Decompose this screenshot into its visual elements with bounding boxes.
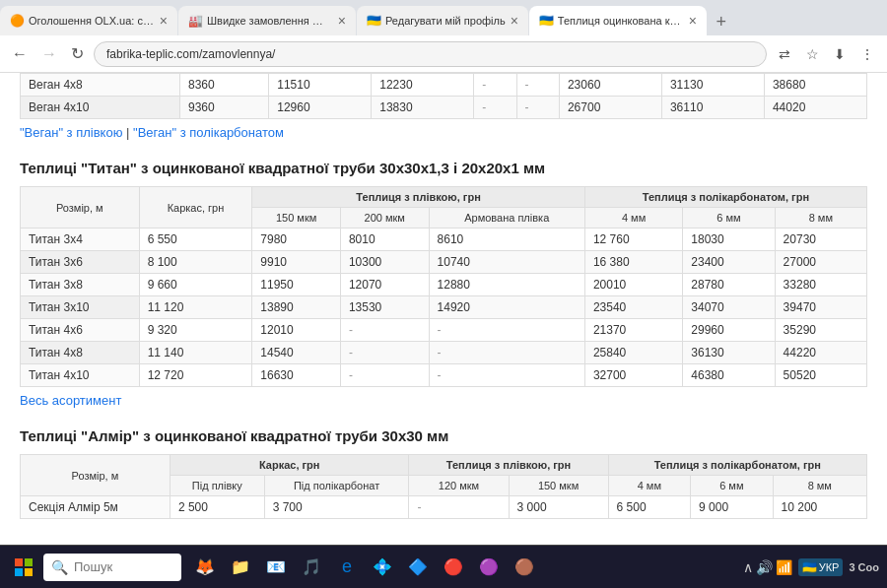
language-badge[interactable]: 🇺🇦 УКР bbox=[798, 558, 844, 576]
table-row: Веган 4х8 8360 11510 12230 - - 23060 311… bbox=[21, 74, 867, 97]
ua-flag-icon: 🇺🇦 bbox=[802, 560, 817, 574]
tray-network[interactable]: 📶 bbox=[776, 559, 792, 575]
taskbar-icon-mail[interactable]: 📧 bbox=[260, 552, 292, 583]
tab-4-title: Теплиця оцинкована квадра... bbox=[558, 15, 684, 27]
taskbar-icon-purple[interactable]: 🟣 bbox=[473, 552, 505, 583]
taskbar-icon-brown[interactable]: 🟤 bbox=[509, 552, 540, 583]
svg-rect-3 bbox=[25, 568, 33, 576]
taskbar-icon-fox[interactable]: 🦊 bbox=[189, 552, 221, 583]
vegan-4x8-poly10: 38680 bbox=[764, 74, 866, 97]
vegan-4x8-poly8: 31130 bbox=[661, 74, 764, 97]
tray-chevron[interactable]: ∧ bbox=[743, 559, 753, 575]
clock-time: 3 Coo bbox=[849, 561, 879, 573]
bookmark-icon[interactable]: ☆ bbox=[800, 42, 824, 66]
taskbar-icon-red[interactable]: 🔴 bbox=[438, 552, 469, 583]
new-tab-button[interactable]: + bbox=[708, 8, 735, 35]
tab-1-title: Оголошення OLX.ua: сервіс о... bbox=[29, 15, 155, 27]
tab-2-close[interactable]: × bbox=[338, 13, 346, 29]
tab-4-favicon: 🇺🇦 bbox=[539, 14, 553, 28]
almir-film-group-header: Теплиця з плівкою, грн bbox=[409, 455, 608, 476]
taskbar-icon-music[interactable]: 🎵 bbox=[296, 552, 327, 583]
table-row: Титан 4х811 14014540--258403613044220 bbox=[21, 342, 867, 364]
titan-section: Теплиці "Титан" з оцинкованої квадратної… bbox=[20, 160, 867, 408]
vegan-4x10-filmArmored: - bbox=[474, 97, 516, 119]
translate-icon[interactable]: ⇄ bbox=[773, 42, 796, 66]
tab-3[interactable]: 🇺🇦 Редагувати мій профіль × bbox=[357, 6, 528, 35]
url-box[interactable]: fabrika-teplic.com/zamovlennya/ bbox=[94, 41, 767, 67]
svg-rect-0 bbox=[15, 558, 23, 566]
vegan-poly-link[interactable]: "Веган" з полікарбонатом bbox=[133, 125, 284, 140]
titan-film-group-header: Теплиця з плівкою, грн bbox=[252, 187, 585, 208]
almir-poly8-header: 8 мм bbox=[773, 476, 866, 496]
search-icon: 🔍 bbox=[51, 559, 68, 575]
almir-section: Теплиці "Алмір" з оцинкованої квадратної… bbox=[20, 427, 867, 519]
tab-4-close[interactable]: × bbox=[689, 13, 697, 29]
table-row: Титан 4х69 32012010--213702996035290 bbox=[21, 319, 867, 342]
back-button[interactable]: ← bbox=[8, 43, 32, 65]
vegan-4x8-filmArmored: - bbox=[474, 74, 516, 97]
almir-poly-group-header: Теплиця з полікарбонатом, грн bbox=[608, 455, 866, 476]
tab-2-title: Швидке замовлення — Фабр... bbox=[207, 15, 333, 27]
vegan-4x8-film150: 11510 bbox=[269, 74, 372, 97]
tab-3-close[interactable]: × bbox=[511, 13, 518, 29]
taskbar-icon-blue1[interactable]: 💠 bbox=[367, 552, 398, 583]
almir-poly4-header: 4 мм bbox=[608, 476, 691, 496]
download-icon[interactable]: ⬇ bbox=[828, 42, 852, 66]
start-button[interactable] bbox=[8, 552, 39, 583]
titan-film150-header: 150 мкм bbox=[252, 208, 341, 229]
vegan-table: Веган 4х8 8360 11510 12230 - - 23060 311… bbox=[20, 73, 867, 119]
vegan-4x10-frame: 9360 bbox=[179, 97, 268, 119]
menu-icon[interactable]: ⋮ bbox=[855, 42, 879, 66]
almir-film120-header: 120 мкм bbox=[409, 476, 509, 496]
tab-1-close[interactable]: × bbox=[160, 13, 168, 29]
vegan-section: Веган 4х8 8360 11510 12230 - - 23060 311… bbox=[20, 73, 867, 140]
system-clock[interactable]: 3 Coo bbox=[849, 561, 879, 573]
browser-chrome: 🟠 Оголошення OLX.ua: сервіс о... × 🏭 Шви… bbox=[0, 0, 887, 73]
vegan-4x8-poly4: - bbox=[516, 74, 559, 97]
titan-poly-group-header: Теплиця з полікарбонатом, грн bbox=[584, 187, 866, 208]
vegan-film-link[interactable]: "Веган" з плівкою bbox=[20, 125, 122, 140]
vegan-4x8-frame: 8360 bbox=[179, 74, 268, 97]
language-label: УКР bbox=[819, 561, 840, 573]
tray-icons: ∧ 🔊 📶 bbox=[743, 559, 792, 575]
url-text: fabrika-teplic.com/zamovlennya/ bbox=[106, 47, 754, 61]
almir-frame-film-header: Під плівку bbox=[170, 476, 264, 496]
titan-poly8-header: 8 мм bbox=[775, 208, 866, 229]
almir-section-title: Теплиці "Алмір" з оцинкованої квадратної… bbox=[20, 427, 867, 444]
titan-poly6-header: 6 мм bbox=[683, 208, 775, 229]
titan-all-link[interactable]: Весь асортимент bbox=[20, 393, 121, 408]
vegan-4x8-film200: 12230 bbox=[372, 74, 474, 97]
almir-table: Розмір, м Каркас, грн Теплиця з плівкою,… bbox=[20, 454, 867, 519]
forward-button[interactable]: → bbox=[37, 43, 61, 65]
taskbar-search-box[interactable]: 🔍 bbox=[43, 554, 181, 581]
titan-table: Розмір, м Каркас, грн Теплиця з плівкою,… bbox=[20, 186, 867, 387]
almir-header-row-1: Розмір, м Каркас, грн Теплиця з плівкою,… bbox=[21, 455, 867, 476]
vegan-4x10-poly4: - bbox=[516, 97, 559, 119]
titan-frame-header: Каркас, грн bbox=[139, 187, 252, 229]
table-row: Титан 3х68 1009910103001074016 380234002… bbox=[21, 251, 867, 274]
vegan-4x8-poly6: 23060 bbox=[559, 74, 661, 97]
table-row: Титан 3х1011 120138901353014920235403407… bbox=[21, 296, 867, 319]
vegan-4x10-poly6: 26700 bbox=[559, 97, 661, 119]
tab-2[interactable]: 🏭 Швидке замовлення — Фабр... × bbox=[178, 6, 356, 35]
page-content: Веган 4х8 8360 11510 12230 - - 23060 311… bbox=[0, 73, 887, 545]
taskbar-icon-folder[interactable]: 📁 bbox=[225, 552, 256, 583]
tab-1-favicon: 🟠 bbox=[10, 14, 24, 28]
vegan-4x10-poly10: 44020 bbox=[764, 97, 866, 119]
taskbar-icon-edge[interactable]: e bbox=[331, 552, 363, 583]
taskbar-icon-blue2[interactable]: 🔷 bbox=[402, 552, 434, 583]
tab-1[interactable]: 🟠 Оголошення OLX.ua: сервіс о... × bbox=[0, 6, 177, 35]
vegan-4x10-size: Веган 4х10 bbox=[21, 97, 180, 119]
search-input[interactable] bbox=[74, 559, 153, 574]
tab-2-favicon: 🏭 bbox=[188, 14, 202, 28]
titan-section-title: Теплиці "Титан" з оцинкованої квадратної… bbox=[20, 160, 867, 176]
titan-filmArmored-header: Армована плівка bbox=[429, 208, 584, 229]
table-row: Титан 4х1012 72016630--327004638050520 bbox=[21, 364, 867, 387]
tray-volume[interactable]: 🔊 bbox=[756, 559, 773, 575]
tab-4[interactable]: 🇺🇦 Теплиця оцинкована квадра... × bbox=[529, 6, 707, 35]
taskbar-pinned-icons: 🦊 📁 📧 🎵 e 💠 🔷 🔴 🟣 🟤 bbox=[189, 552, 540, 583]
vegan-4x10-poly8: 36110 bbox=[661, 97, 764, 119]
titan-film200-header: 200 мкм bbox=[340, 208, 429, 229]
refresh-button[interactable]: ↻ bbox=[67, 42, 88, 65]
table-row: Секція Алмір 5м2 5003 700-3 0006 5009 00… bbox=[21, 496, 867, 519]
